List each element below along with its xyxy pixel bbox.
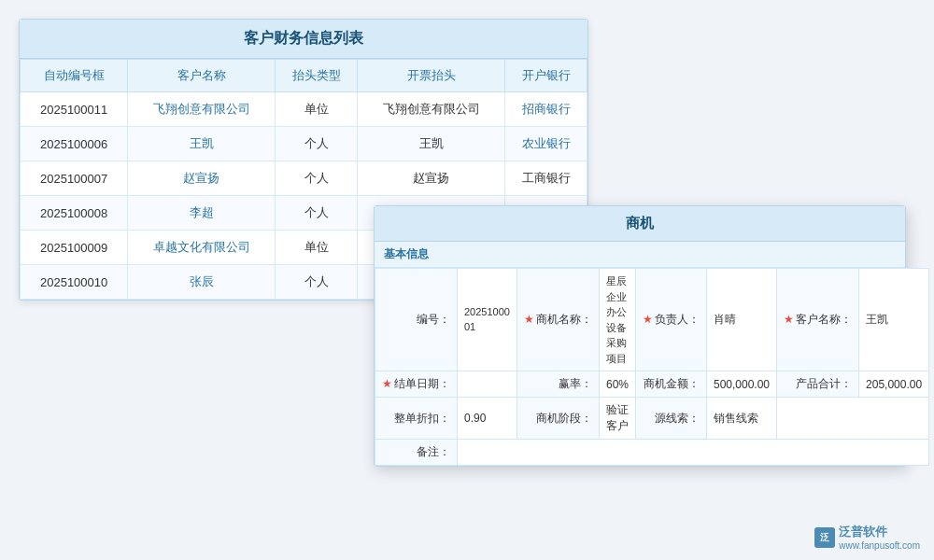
col-type: 抬头类型 [276, 60, 358, 92]
popup-title: 商机 [375, 206, 905, 242]
row-invoice-title: 赵宣扬 [358, 161, 505, 196]
row-customer-name[interactable]: 王凯 [128, 127, 276, 161]
popup-section-label: 基本信息 [375, 242, 905, 268]
popup-row-1: 编号： 20251000 01 ★商机名称： 星辰企业办公设备采购项目 ★负责人… [375, 269, 929, 371]
row-customer-name[interactable]: 张辰 [128, 265, 276, 300]
source-value-2 [777, 398, 929, 440]
popup-row-2: ★结单日期： 赢率： 60% 商机金额： 500,000.00 产品合计： 20… [375, 371, 929, 398]
row-id: 2025100011 [21, 92, 128, 127]
row-type: 单位 [276, 231, 358, 265]
table-row: 2025100011飞翔创意有限公司单位飞翔创意有限公司招商银行 [21, 92, 587, 127]
row-customer-name[interactable]: 飞翔创意有限公司 [128, 92, 276, 127]
required-mark-3: ★ [784, 313, 794, 326]
watermark: 泛 泛普软件 www.fanpusoft.com [814, 524, 920, 551]
row-type: 个人 [276, 265, 358, 300]
required-mark-2: ★ [643, 313, 653, 326]
win-rate-label: 赢率： [517, 371, 599, 398]
row-invoice-title: 王凯 [358, 127, 505, 161]
row-id: 2025100007 [21, 161, 128, 196]
product-total-value: 205,000.00 [859, 371, 929, 398]
popup-panel: 商机 基本信息 编号： 20251000 01 ★商机名称： 星辰企业办公设备采… [374, 205, 906, 467]
owner-value: 肖晴 [706, 269, 776, 371]
row-id: 2025100008 [21, 196, 128, 231]
close-date-label: ★结单日期： [375, 371, 458, 398]
row-id: 2025100009 [21, 231, 128, 265]
amount-value: 500,000.00 [706, 371, 776, 398]
col-name: 客户名称 [128, 60, 276, 92]
popup-detail-table: 编号： 20251000 01 ★商机名称： 星辰企业办公设备采购项目 ★负责人… [375, 268, 929, 466]
close-date-value[interactable] [458, 371, 517, 398]
watermark-text-block: 泛普软件 www.fanpusoft.com [839, 524, 920, 551]
table-row: 2025100007赵宣扬个人赵宣扬工商银行 [21, 161, 587, 196]
product-total-label: 产品合计： [777, 371, 859, 398]
col-id: 自动编号框 [21, 60, 128, 92]
watermark-sub-text: www.fanpusoft.com [839, 540, 920, 551]
amount-label: 商机金额： [635, 371, 706, 398]
watermark-main-text: 泛普软件 [839, 524, 920, 540]
col-invoice: 开票抬头 [358, 60, 505, 92]
row-customer-name[interactable]: 李超 [128, 196, 276, 231]
bank-link[interactable]: 农业银行 [522, 136, 571, 150]
popup-row-3: 整单折扣： 0.90 商机阶段： 验证客户 源线索： 销售线索 [375, 398, 929, 440]
source-value: 销售线索 [706, 398, 776, 440]
table-header-row: 自动编号框 客户名称 抬头类型 开票抬头 开户银行 [21, 60, 587, 92]
discount-value: 0.90 [458, 398, 517, 440]
row-bank[interactable]: 农业银行 [505, 127, 587, 161]
code-label: 编号： [375, 269, 458, 371]
stage-label: 商机阶段： [517, 398, 599, 440]
note-value[interactable] [458, 440, 929, 466]
row-id: 2025100006 [21, 127, 128, 161]
required-mark-4: ★ [382, 377, 392, 390]
customer-name-link[interactable]: 卓越文化有限公司 [153, 240, 250, 254]
customer-label: ★客户名称： [777, 269, 859, 371]
watermark-logo: 泛 [814, 527, 835, 548]
table-row: 2025100006王凯个人王凯农业银行 [21, 127, 587, 161]
customer-value[interactable]: 王凯 [859, 269, 929, 371]
row-type: 个人 [276, 127, 358, 161]
stage-value: 验证客户 [599, 398, 635, 440]
row-type: 个人 [276, 161, 358, 196]
opp-name-label: ★商机名称： [517, 269, 599, 371]
row-bank: 工商银行 [505, 161, 587, 196]
row-type: 单位 [276, 92, 358, 127]
row-invoice-title: 飞翔创意有限公司 [358, 92, 505, 127]
customer-name-link[interactable]: 张辰 [190, 274, 214, 288]
popup-row-4: 备注： [375, 440, 929, 466]
main-panel-title: 客户财务信息列表 [20, 20, 587, 59]
discount-label: 整单折扣： [375, 398, 458, 440]
customer-name-link[interactable]: 李超 [190, 205, 214, 219]
customer-name-link[interactable]: 王凯 [190, 136, 214, 150]
required-mark-1: ★ [524, 313, 534, 326]
owner-label: ★负责人： [635, 269, 706, 371]
col-bank: 开户银行 [505, 60, 587, 92]
opp-name-value: 星辰企业办公设备采购项目 [599, 269, 635, 371]
win-rate-value: 60% [599, 371, 635, 398]
customer-name-link[interactable]: 赵宣扬 [183, 171, 219, 185]
row-customer-name[interactable]: 赵宣扬 [128, 161, 276, 196]
customer-name-link[interactable]: 飞翔创意有限公司 [153, 102, 250, 116]
code-value: 20251000 01 [458, 269, 517, 371]
row-type: 个人 [276, 196, 358, 231]
row-customer-name[interactable]: 卓越文化有限公司 [128, 231, 276, 265]
row-bank[interactable]: 招商银行 [505, 92, 587, 127]
source-label: 源线索： [635, 398, 706, 440]
bank-link[interactable]: 招商银行 [522, 102, 571, 116]
note-label: 备注： [375, 440, 458, 466]
row-id: 2025100010 [21, 265, 128, 300]
